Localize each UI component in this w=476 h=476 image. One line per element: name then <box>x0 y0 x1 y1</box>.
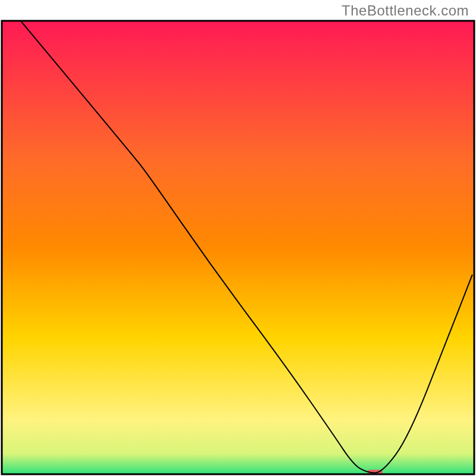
gradient-background <box>2 21 474 474</box>
watermark-text: TheBottleneck.com <box>342 2 469 19</box>
chart-container: TheBottleneck.com <box>0 0 476 476</box>
bottleneck-chart <box>0 0 476 476</box>
